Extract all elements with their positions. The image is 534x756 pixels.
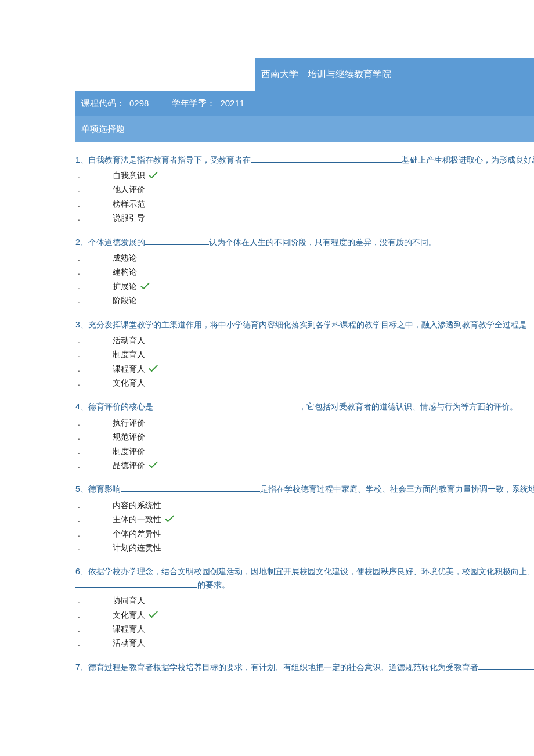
option-text: 制度育人 — [113, 348, 145, 361]
question-block: 1、自我教育法是指在教育者指导下，受教育者在基础上产生积极进取心，为形成良好思想… — [75, 153, 534, 225]
option-row[interactable]: . 主体的一致性 — [75, 512, 534, 526]
option-row[interactable]: . 内容的系统性 — [75, 498, 534, 512]
option-row[interactable]: . 课程育人 — [75, 622, 534, 636]
question-blank — [145, 236, 209, 245]
question-blank — [478, 661, 534, 670]
option-text: 课程育人 — [113, 362, 145, 375]
options-list: . 自我意识 . 他人评价 . 榜样示范 . 说服引导 — [75, 168, 534, 225]
option-row[interactable]: . 制度育人 — [75, 347, 534, 361]
option-row[interactable]: . 说服引导 — [75, 211, 534, 225]
check-icon — [149, 171, 158, 179]
question-blank-line2 — [75, 579, 197, 588]
option-text: 计划的连贯性 — [113, 541, 161, 554]
option-bullet: . — [75, 636, 113, 649]
option-bullet: . — [75, 211, 113, 224]
option-text: 执行评价 — [113, 416, 145, 429]
question-stem: 6、依据学校办学理念，结合文明校园创建活动，因地制宜开展校园文化建设，使校园秩序… — [75, 565, 534, 578]
questions-container: 1、自我教育法是指在教育者指导下，受教育者在基础上产生积极进取心，为形成良好思想… — [75, 153, 534, 685]
option-row[interactable]: . 成熟论 — [75, 251, 534, 265]
option-row[interactable]: . 品德评价 — [75, 458, 534, 472]
option-row[interactable]: . 规范评价 — [75, 430, 534, 444]
semester-label: 学年学季： — [172, 96, 215, 110]
option-row[interactable]: . 个体的差异性 — [75, 527, 534, 541]
option-text: 文化育人 — [113, 609, 145, 621]
option-bullet: . — [75, 527, 113, 540]
course-code-value: 0298 — [129, 96, 149, 110]
option-row[interactable]: . 榜样示范 — [75, 197, 534, 211]
question-number: 2、 — [75, 237, 88, 247]
question-block: 4、德育评价的核心是，它包括对受教育者的道德认识、情感与行为等方面的评价。 . … — [75, 400, 534, 472]
question-stem-line2: 的要求。 — [75, 578, 534, 591]
option-row[interactable]: . 执行评价 — [75, 416, 534, 430]
option-bullet: . — [75, 430, 113, 443]
option-bullet: . — [75, 265, 113, 278]
option-row[interactable]: . 协同育人 — [75, 593, 534, 607]
option-text: 活动育人 — [113, 636, 145, 649]
options-list: . 活动育人 . 制度育人 . 课程育人 . 文化育人 — [75, 333, 534, 390]
option-bullet: . — [75, 416, 113, 429]
question-number: 6、 — [75, 567, 88, 576]
option-row[interactable]: . 活动育人 — [75, 636, 534, 650]
option-row[interactable]: . 文化育人 — [75, 376, 534, 390]
option-bullet: . — [75, 169, 113, 182]
option-bullet: . — [75, 334, 113, 347]
option-text: 榜样示范 — [113, 197, 145, 210]
option-bullet: . — [75, 609, 113, 621]
section-title: 单项选择题 — [81, 124, 125, 134]
question-pre: 德育评价的核心是 — [88, 402, 153, 411]
option-bullet: . — [75, 459, 113, 471]
option-text: 品德评价 — [113, 459, 145, 471]
institution-text: 西南大学 培训与继续教育学院 — [261, 69, 391, 79]
option-bullet: . — [75, 280, 113, 293]
option-text: 文化育人 — [113, 376, 145, 389]
option-bullet: . — [75, 197, 113, 210]
option-row[interactable]: . 文化育人 — [75, 608, 534, 622]
option-text: 个体的差异性 — [113, 527, 161, 540]
option-text: 他人评价 — [113, 183, 145, 196]
option-text: 自我意识 — [113, 169, 145, 182]
question-stem: 1、自我教育法是指在教育者指导下，受教育者在基础上产生积极进取心，为形成良好思想… — [75, 153, 534, 166]
question-post: 是指在学校德育过程中家庭、学校、社会三方面的教育力量协调一致，系统地发 — [260, 484, 534, 494]
question-number: 1、 — [75, 155, 88, 164]
question-number: 7、 — [75, 663, 88, 672]
question-pre: 依据学校办学理念，结合文明校园创建活动，因地制宜开展校园文化建设，使校园秩序良好… — [88, 567, 534, 576]
question-number: 4、 — [75, 402, 88, 411]
option-text: 课程育人 — [113, 622, 145, 635]
question-number: 3、 — [75, 320, 88, 329]
option-row[interactable]: . 自我意识 — [75, 168, 534, 182]
course-code-label: 课程代码： — [81, 96, 125, 110]
question-block: 2、个体道德发展的认为个体在人生的不同阶段，只有程度的差异，没有质的不同。 . … — [75, 236, 534, 308]
option-row[interactable]: . 计划的连贯性 — [75, 541, 534, 555]
question-block: 5、德育影响是指在学校德育过程中家庭、学校、社会三方面的教育力量协调一致，系统地… — [75, 483, 534, 555]
option-row[interactable]: . 扩展论 — [75, 279, 534, 293]
option-row[interactable]: . 课程育人 — [75, 362, 534, 376]
institution-header: 西南大学 培训与继续教育学院 — [255, 58, 534, 91]
question-pre: 德育过程是教育者根据学校培养目标的要求，有计划、有组织地把一定的社会意识、道德规… — [88, 663, 478, 672]
question-blank — [153, 401, 298, 409]
option-row[interactable]: . 活动育人 — [75, 333, 534, 347]
question-stem: 4、德育评价的核心是，它包括对受教育者的道德认识、情感与行为等方面的评价。 — [75, 400, 534, 413]
option-bullet: . — [75, 499, 113, 512]
option-bullet: . — [75, 594, 113, 607]
option-row[interactable]: . 建构论 — [75, 265, 534, 279]
question-stem: 3、充分发挥课堂教学的主渠道作用，将中小学德育内容细化落实到各学科课程的教学目标… — [75, 318, 534, 331]
question-block: 6、依据学校办学理念，结合文明校园创建活动，因地制宜开展校园文化建设，使校园秩序… — [75, 565, 534, 650]
question-post: ，它包括对受教育者的道德认识、情感与行为等方面的评价。 — [298, 402, 518, 411]
question-pre: 充分发挥课堂教学的主渠道作用，将中小学德育内容细化落实到各学科课程的教学目标之中… — [88, 320, 527, 329]
option-bullet: . — [75, 294, 113, 307]
question-blank — [527, 319, 534, 327]
option-row[interactable]: . 制度评价 — [75, 444, 534, 458]
options-list: . 成熟论 . 建构论 . 扩展论 . 阶段论 — [75, 251, 534, 308]
option-text: 内容的系统性 — [113, 499, 161, 512]
option-row[interactable]: . 阶段论 — [75, 293, 534, 307]
question-stem: 2、个体道德发展的认为个体在人生的不同阶段，只有程度的差异，没有质的不同。 — [75, 236, 534, 249]
option-row[interactable]: . 他人评价 — [75, 182, 534, 196]
options-list: . 内容的系统性 . 主体的一致性 . 个体的差异性 . 计划的连贯性 — [75, 498, 534, 555]
option-bullet: . — [75, 348, 113, 361]
options-list: . 协同育人 . 文化育人 . 课程育人 . 活动育人 — [75, 593, 534, 650]
check-icon — [149, 611, 158, 619]
question-post: 认为个体在人生的不同阶段，只有程度的差异，没有质的不同。 — [209, 237, 436, 247]
option-bullet: . — [75, 445, 113, 458]
option-text: 规范评价 — [113, 430, 145, 443]
option-bullet: . — [75, 362, 113, 375]
